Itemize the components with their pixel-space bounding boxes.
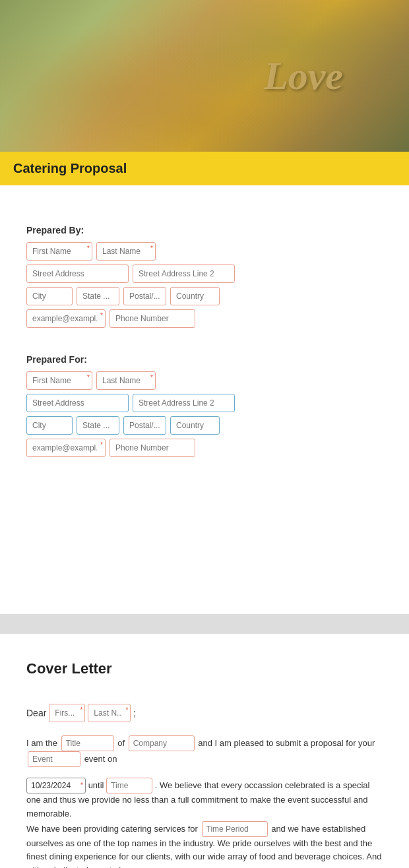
page-divider [0,614,409,634]
page-section-1: Prepared By: * * * Prepared For: * [0,185,409,614]
prepared-by-name-row: * * [26,242,383,261]
prepared-by-postal[interactable] [123,287,166,305]
dear-lastname[interactable] [88,704,131,722]
prepared-for-firstname-wrapper: * [26,371,92,390]
time-period-field[interactable] [202,821,268,837]
dear-first-wrapper: * [49,704,85,722]
prepared-by-contact-row: * [26,309,383,328]
prepared-by-city-row [26,287,383,305]
prepared-by-street[interactable] [26,264,129,283]
prepared-for-street-row [26,394,383,412]
prepared-for-city-row [26,416,383,435]
of-label: of [117,738,125,748]
page-title-bar: Catering Proposal [0,152,409,185]
page-title: Catering Proposal [13,161,127,175]
prepared-for-phone[interactable] [110,439,195,457]
prepared-by-street-row [26,264,383,283]
prepared-by-lastname-wrapper: * [96,242,156,261]
dear-line: Dear * * ; [26,704,383,722]
cover-para-1: I am the of and I am pleased to submit a… [26,735,383,767]
prepared-for-name-row: * * [26,371,383,390]
time-field[interactable] [106,778,152,793]
hero-decorative-text: Love [264,53,343,99]
prepared-by-firstname-wrapper: * [26,242,92,261]
cover-letter-section: Cover Letter Dear * * ; I am the of and … [0,634,409,868]
prepared-for-lastname[interactable] [96,371,156,390]
prepared-for-lastname-wrapper: * [96,371,156,390]
prepared-by-street2[interactable] [133,264,235,283]
prepared-by-email-wrapper: * [26,309,106,328]
prepared-for-email[interactable] [26,439,106,457]
dear-semicolon: ; [133,708,136,718]
prepared-for-contact-row: * [26,439,383,457]
dear-last-wrapper: * [88,704,131,722]
prepared-by-state[interactable] [77,287,119,305]
dear-label: Dear [26,708,46,718]
prepared-for-email-wrapper: * [26,439,106,457]
event-on-label: event on [84,754,117,764]
dear-firstname[interactable] [49,704,85,722]
prepared-for-state[interactable] [77,416,119,435]
prepared-for-firstname[interactable] [26,371,92,390]
cover-body: I am the of and I am pleased to submit a… [26,735,383,868]
date-field[interactable] [26,778,86,793]
hero-image: Love [0,0,409,152]
prepared-for-city[interactable] [26,416,73,435]
prepared-for-country[interactable] [170,416,220,435]
prepared-by-country[interactable] [170,287,220,305]
prepared-for-postal[interactable] [123,416,166,435]
prepared-for-label: Prepared For: [26,354,383,365]
prepared-by-firstname[interactable] [26,242,92,261]
prepared-by-city[interactable] [26,287,73,305]
prepared-by-label: Prepared By: [26,225,383,235]
company-field[interactable] [129,735,195,751]
until-label: until [88,780,104,790]
para2-start: We have been providing catering services… [26,824,198,834]
prepared-for-street[interactable] [26,394,129,412]
cover-para-2: We have been providing catering services… [26,821,383,868]
prepared-by-email[interactable] [26,309,106,328]
prepared-for-street2[interactable] [133,394,235,412]
prepared-by-phone[interactable] [110,309,195,328]
i-am-the-text: I am the [26,738,57,748]
cover-letter-title: Cover Letter [26,660,383,677]
prepared-by-lastname[interactable] [96,242,156,261]
pleased-text: and I am pleased to submit a proposal fo… [198,738,375,748]
title-field[interactable] [61,735,114,751]
event-field[interactable] [28,751,80,767]
